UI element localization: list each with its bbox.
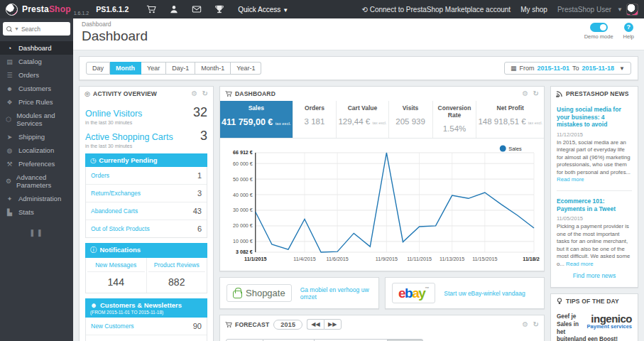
- currently-pending-header: ◷Currently Pending: [85, 153, 207, 167]
- ebay-link[interactable]: Start uw eBay-winkel vandaag: [444, 290, 525, 297]
- news-article-excerpt: Picking a payment provider is one of the…: [557, 223, 632, 268]
- help-icon[interactable]: ?: [624, 23, 633, 32]
- active-carts-link[interactable]: Active Shopping Carts: [85, 132, 173, 142]
- svg-text:11/6/2015: 11/6/2015: [327, 256, 349, 262]
- marketplace-link[interactable]: ⟲ Connect to PrestaShop Marketplace acco…: [362, 6, 511, 13]
- range-day-1-button[interactable]: Day-1: [166, 62, 195, 75]
- svg-text:20 000 €: 20 000 €: [233, 223, 253, 229]
- notifications-header: ⓘNotifications: [85, 243, 207, 258]
- breadcrumb[interactable]: Dashboard: [82, 21, 635, 28]
- sidebar-item-preferences[interactable]: ⚒Preferences: [0, 157, 73, 170]
- svg-text:11/18/201: 11/18/201: [523, 256, 540, 262]
- news-article-date: 11/12/2015: [557, 131, 632, 138]
- read-more-link[interactable]: Read more: [566, 261, 594, 267]
- news-article-title[interactable]: Ecommerce 101: Payments in a Tweet: [557, 197, 632, 212]
- news-panel-title: PRESTASHOP NEWS: [566, 90, 629, 97]
- forecast-year: 2015: [273, 320, 302, 330]
- metric-orders[interactable]: Orders3 181: [293, 101, 337, 138]
- metric-net-profit[interactable]: Net Profit148 918,51 € tax excl.: [476, 101, 544, 138]
- prestashop-logo-icon[interactable]: [6, 4, 18, 16]
- pending-row-returns: Return/Exchanges3: [86, 185, 207, 202]
- svg-text:11/9/2015: 11/9/2015: [376, 256, 398, 262]
- range-year-1-button[interactable]: Year-1: [231, 62, 261, 75]
- preferences-icon: ⚒: [5, 161, 14, 168]
- sidebar-item-orders[interactable]: ☰Orders: [0, 68, 73, 82]
- user-menu[interactable]: PrestaShop User▼: [557, 4, 638, 16]
- collapse-menu-icon[interactable]: ❚❚: [0, 229, 73, 237]
- find-more-news-link[interactable]: Find more news: [557, 268, 632, 282]
- metric-visits[interactable]: Visits205 939: [389, 101, 433, 138]
- tips-panel-title: TIPS OF THE DAY: [566, 298, 619, 305]
- customers-icon: ☻: [5, 85, 14, 92]
- refresh-icon[interactable]: ↻: [533, 321, 539, 328]
- brand[interactable]: PrestaShop: [22, 4, 71, 14]
- date-range-picker[interactable]: ▦ From2015-11-01 To2015-11-18 ▼: [504, 62, 631, 75]
- customers-row-new-customers: New Customers90: [86, 318, 207, 335]
- svg-text:50 000 €: 50 000 €: [233, 177, 253, 183]
- administration-icon: ✦: [5, 195, 14, 202]
- ebay-logo: ebay™: [392, 283, 435, 303]
- read-more-link[interactable]: Read more: [557, 176, 584, 183]
- quick-access-menu[interactable]: Quick Access▼: [238, 6, 288, 13]
- cart-icon[interactable]: [146, 4, 156, 14]
- my-shop-link[interactable]: My shop: [520, 6, 547, 13]
- demo-mode-toggle[interactable]: [590, 23, 608, 32]
- customers-newsletters-header: ☻Customers & Newsletters (FROM 2015-11-0…: [85, 298, 207, 318]
- search-input[interactable]: [21, 26, 67, 33]
- sidebar-item-price-rules[interactable]: ❖Price Rules: [0, 95, 73, 109]
- shipping-icon: ➤: [5, 134, 14, 141]
- shopgate-link[interactable]: Ga mobiel en verhoog uw omzet: [300, 286, 372, 301]
- online-visitors-link[interactable]: Online Visitors: [85, 109, 142, 119]
- gear-icon[interactable]: ⚙: [522, 321, 528, 328]
- range-day-button[interactable]: Day: [86, 62, 110, 75]
- dashboard-panel: DASHBOARD ⚙↻ Sales411 759,00 € tax excl.…: [219, 86, 545, 271]
- divider: [557, 190, 632, 191]
- svg-text:40 000 €: 40 000 €: [233, 193, 253, 198]
- news-article: Ecommerce 101: Payments in a Tweet 11/05…: [557, 197, 632, 268]
- stats-icon: ▙: [5, 209, 14, 216]
- rss-feed-icon: [556, 90, 563, 97]
- shopgate-bag-icon: [233, 288, 242, 298]
- ingenico-logo: ingenico Payment services: [587, 313, 632, 330]
- forecast-next-button[interactable]: ▶▶: [324, 319, 342, 330]
- gear-icon[interactable]: ⚙: [191, 90, 197, 97]
- sidebar-item-advanced-parameters[interactable]: ⚙Advanced Parameters: [0, 170, 73, 192]
- metric-conversion-rate[interactable]: Conversion Rate1.54%: [433, 101, 477, 138]
- range-month-button[interactable]: Month: [110, 62, 141, 75]
- news-article: Using social media for your business: 4 …: [557, 106, 632, 184]
- sidebar-item-modules[interactable]: ⬡Modules and Services: [0, 109, 73, 130]
- metric-cart-value[interactable]: Cart Value129,44 € tax excl.: [337, 101, 388, 138]
- search-scope-caret[interactable]: ▼: [14, 26, 19, 31]
- prestashop-news-panel: PRESTASHOP NEWS Using social media for y…: [550, 86, 638, 288]
- advanced-parameters-icon: ⚙: [5, 178, 12, 185]
- metric-sales[interactable]: Sales411 759,00 € tax excl.: [220, 101, 293, 138]
- range-year-button[interactable]: Year: [141, 62, 166, 75]
- page-title: Dashboard: [82, 28, 635, 44]
- catalog-icon: ▤: [5, 58, 14, 65]
- svg-text:11/11/2015: 11/11/2015: [407, 256, 432, 262]
- gear-icon[interactable]: ⚙: [522, 90, 528, 97]
- online-visitors-sub: in the last 30 minutes: [85, 120, 207, 125]
- svg-text:30 000 €: 30 000 €: [233, 207, 253, 213]
- sidebar-item-customers[interactable]: ☻Customers: [0, 82, 73, 95]
- range-month-1-button[interactable]: Month-1: [195, 62, 231, 75]
- modules-icon: ⬡: [5, 116, 12, 123]
- sidebar-item-administration[interactable]: ✦Administration: [0, 192, 73, 205]
- chevron-down-icon: ▼: [617, 6, 623, 13]
- sidebar-item-localization[interactable]: ◍Localization: [0, 144, 73, 157]
- search-icon: [6, 26, 12, 32]
- forecast-prev-button[interactable]: ◀◀: [307, 319, 324, 330]
- news-article-title[interactable]: Using social media for your business: 4 …: [557, 106, 632, 129]
- refresh-icon[interactable]: ↻: [202, 90, 208, 97]
- customer-icon[interactable]: [169, 4, 179, 14]
- messages-icon[interactable]: [192, 4, 202, 14]
- trophy-icon[interactable]: [214, 4, 224, 14]
- sidebar-search[interactable]: ▼: [3, 22, 70, 36]
- sidebar-item-dashboard[interactable]: ◔Dashboard: [0, 41, 73, 55]
- refresh-icon[interactable]: ↻: [533, 90, 539, 97]
- sidebar-item-shipping[interactable]: ➤Shipping: [0, 130, 73, 144]
- sidebar-item-catalog[interactable]: ▤Catalog: [0, 55, 73, 68]
- date-range-toolbar: Day Month Year Day-1 Month-1 Year-1 ▦ Fr…: [79, 56, 638, 80]
- customers-icon: ☻: [90, 301, 97, 309]
- sidebar-item-stats[interactable]: ▙Stats: [0, 205, 73, 219]
